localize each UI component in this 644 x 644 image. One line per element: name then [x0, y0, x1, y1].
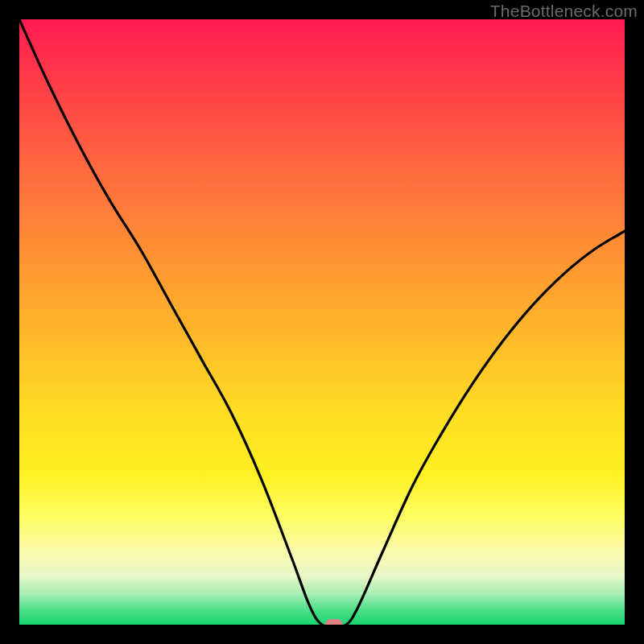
watermark-text: TheBottleneck.com — [490, 2, 638, 21]
bottleneck-curve — [19, 19, 625, 625]
plot-area — [19, 19, 625, 625]
minimum-marker — [325, 619, 343, 625]
chart-frame: TheBottleneck.com — [0, 0, 644, 644]
